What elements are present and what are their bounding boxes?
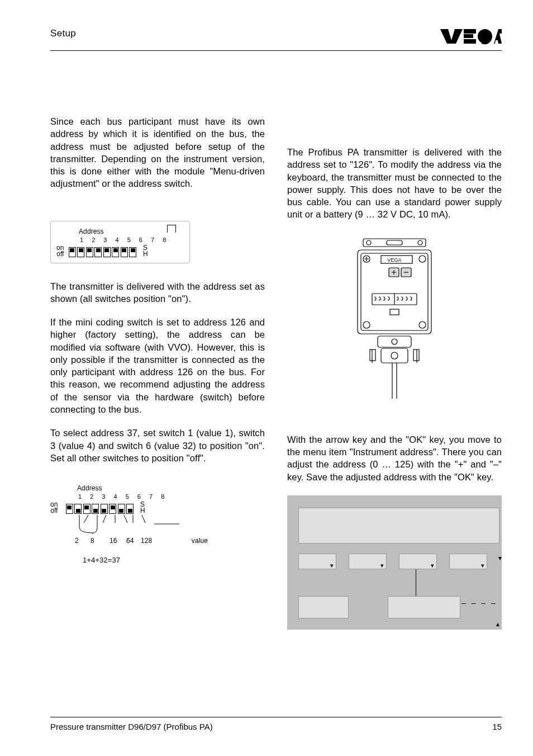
- lcd-display-area: [298, 508, 499, 544]
- footer-doc-title: Pressure transmitter D96/D97 (Profibus P…: [50, 722, 213, 731]
- dip-switch-figure-1: Address 1 2 3 4 5 6 7 8 on off S H: [50, 221, 190, 263]
- svg-point-23: [419, 322, 426, 328]
- dip-h-label: H: [140, 508, 145, 514]
- paragraph: If the mini coding switch is set to addr…: [50, 316, 265, 415]
- svg-rect-17: [387, 240, 402, 245]
- paragraph: To select address 37, set switch 1 (valu…: [50, 427, 265, 464]
- svg-text:VEGA: VEGA: [387, 257, 401, 263]
- dip-switches: [66, 504, 134, 514]
- svg-point-22: [363, 322, 370, 328]
- dip-off-label: off: [50, 508, 58, 514]
- lcd-box-mid: [388, 596, 460, 618]
- paragraph: Since each bus participant must have its…: [50, 115, 265, 190]
- content-columns: Since each bus participant must have its…: [50, 115, 502, 630]
- svg-line-8: [103, 515, 106, 523]
- svg-rect-2: [464, 34, 473, 38]
- svg-point-31: [392, 339, 397, 344]
- svg-line-6: [84, 515, 88, 523]
- vega-logo: [440, 28, 502, 47]
- dip-numbers: 1 2 3 4 5 6 7 8: [80, 236, 183, 244]
- dip-switches: [69, 247, 137, 257]
- dip-switch-figure-2: Address 1 2 3 4 5 6 7 8 on off S H: [50, 484, 218, 565]
- svg-rect-1: [464, 29, 476, 34]
- address-formula: 1+4+32=37: [83, 555, 218, 565]
- footer-page-number: 15: [492, 722, 502, 731]
- lcd-menu-figure: ▾ – – – – ▴: [287, 495, 502, 630]
- page-header: Setup: [50, 28, 502, 51]
- svg-rect-32: [381, 348, 408, 363]
- svg-rect-19: [361, 253, 428, 330]
- svg-rect-14: [363, 239, 426, 247]
- svg-point-21: [419, 256, 426, 262]
- up-arrow-icon: ▴: [496, 620, 499, 629]
- dip-numbers: 1 2 3 4 5 6 7 8: [78, 493, 218, 501]
- page-footer: Pressure transmitter D96/D97 (Profibus P…: [50, 717, 502, 731]
- svg-rect-3: [464, 39, 476, 44]
- value-numbers: 2 8 16 64 128 value: [75, 536, 218, 545]
- right-column: The Profibus PA transmitter is delivered…: [287, 115, 502, 630]
- paragraph: With the arrow key and the "OK" key, you…: [287, 433, 502, 483]
- svg-rect-29: [390, 309, 399, 315]
- dip-title: Address: [77, 484, 218, 493]
- svg-point-15: [367, 240, 371, 245]
- paragraph: The Profibus PA transmitter is delivered…: [287, 146, 502, 221]
- svg-point-33: [391, 352, 398, 359]
- lcd-softkeys: [298, 554, 487, 569]
- svg-rect-30: [378, 336, 411, 347]
- lcd-dashes: – – – –: [461, 598, 497, 608]
- svg-marker-4: [494, 29, 502, 44]
- lcd-box-left: [298, 596, 349, 618]
- svg-line-12: [142, 515, 145, 523]
- transmitter-device-figure: VEGA: [287, 238, 502, 403]
- svg-line-10: [124, 515, 127, 523]
- svg-rect-36: [370, 349, 375, 361]
- dip-off-label: off: [56, 251, 64, 257]
- dip-h-label: H: [143, 251, 148, 257]
- left-column: Since each bus participant must have its…: [50, 115, 265, 630]
- section-title: Setup: [50, 28, 76, 39]
- svg-point-16: [418, 240, 422, 245]
- value-tick-lines: [76, 515, 218, 536]
- svg-rect-37: [413, 349, 419, 361]
- paragraph: The transmitter is delivered with the ad…: [50, 280, 265, 305]
- svg-marker-0: [440, 29, 463, 44]
